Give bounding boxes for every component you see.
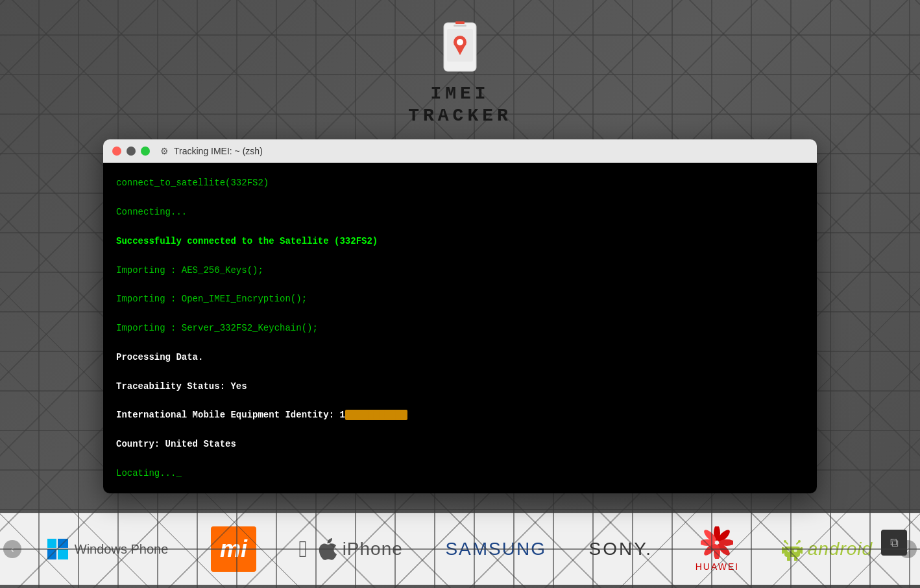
apple-logo-icon:  [298,535,307,563]
maximize-button[interactable] [141,147,150,156]
svg-line-27 [797,541,799,544]
apple-icon-svg [318,537,337,561]
android-label: android [808,539,873,559]
term-line-2: Connecting... [116,205,804,219]
svg-rect-28 [784,547,800,553]
term-line-1: connect_to_satellite(332FS2) [116,176,804,190]
brand-item-android: android [769,537,886,561]
svg-point-22 [703,528,718,544]
logo-area: IMEI TRACKER [408,19,512,126]
footer: © 2022 Imei-Tracker [0,585,920,588]
svg-point-21 [701,539,715,546]
term-line-5: Importing : Open_IMEI_Encryption(); [116,292,804,306]
xiaomi-logo: mi [211,526,256,572]
huawei-label: HUAWEI [696,561,739,572]
svg-line-26 [785,541,788,544]
gear-icon: ⚙ [160,146,169,156]
huawei-logo-icon [701,526,733,559]
svg-rect-23 [784,547,800,557]
svg-point-18 [716,542,732,558]
svg-point-20 [703,542,718,558]
svg-point-29 [784,540,786,543]
svg-point-24 [787,549,790,552]
term-line-11: Locating..._ [116,466,804,480]
terminal-body: connect_to_satellite(332FS2) Connecting.… [103,163,817,493]
brand-item-windows-phone: Windows Phone [34,539,182,559]
svg-point-19 [714,545,720,559]
svg-point-16 [716,528,732,544]
brand-item-sony: SONY. [576,539,666,559]
svg-point-15 [714,526,720,541]
share-button[interactable]: ⧉ [881,530,907,556]
windows-logo-icon [47,539,68,559]
xiaomi-label: mi [220,535,247,563]
slider-prev-button[interactable]: ‹ [3,540,21,558]
svg-rect-6 [455,21,465,24]
page-content: IMEI TRACKER ⚙ Tracking IMEI: ~ (zsh) co… [0,0,920,513]
logo-line1: IMEI [408,83,512,105]
svg-rect-31 [782,547,784,554]
svg-rect-8 [58,539,68,548]
sony-label: SONY. [589,539,653,559]
brand-item-xiaomi: mi [198,526,269,572]
slider-next-button[interactable]: › [899,540,917,558]
svg-rect-7 [47,539,56,548]
svg-point-17 [719,539,733,546]
term-line-9: International Mobile Equipment Identity:… [116,408,804,422]
terminal-title: Tracking IMEI: ~ (zsh) [174,146,263,156]
brand-slider: Windows Phone mi  iPhone SAMSUNG SONY. [0,526,920,572]
svg-point-25 [793,549,797,552]
brand-item-huawei: HUAWEI [683,526,752,572]
svg-rect-10 [58,549,68,559]
term-line-8: Traceability Status: Yes [116,379,804,394]
android-logo-icon [782,537,803,561]
svg-rect-34 [794,556,797,561]
windows-phone-label: Windows Phone [75,542,169,557]
term-line-4: Importing : AES_256_Keys(); [116,263,804,277]
brand-item-iphone:  iPhone [285,535,415,563]
svg-point-4 [457,39,463,45]
term-line-7: Processing Data. [116,350,804,364]
term-line-3: Successfully connected to the Satellite … [116,234,804,248]
svg-point-30 [798,540,801,543]
brand-bar: ‹ Windows Phone mi  [0,513,920,585]
svg-rect-11 [47,539,56,548]
terminal-window: ⚙ Tracking IMEI: ~ (zsh) connect_to_sate… [103,139,817,493]
term-line-10: Country: United States [116,437,804,451]
term-line-6: Importing : Server_332FS2_Keychain(); [116,321,804,335]
iphone-label: iPhone [343,539,403,559]
svg-rect-14 [58,549,68,559]
svg-rect-12 [58,539,68,548]
logo-text: IMEI TRACKER [408,83,512,126]
svg-rect-32 [800,547,803,554]
svg-rect-13 [47,549,56,559]
terminal-titlebar: ⚙ Tracking IMEI: ~ (zsh) [103,139,817,163]
redacted-imei: ███████████ [345,410,407,420]
svg-rect-2 [454,25,466,27]
logo-icon [434,19,486,78]
svg-rect-33 [787,556,790,561]
minimize-button[interactable] [127,147,136,156]
logo-line2: TRACKER [408,105,512,127]
brand-item-samsung: SAMSUNG [432,539,559,559]
samsung-label: SAMSUNG [445,539,546,559]
svg-rect-9 [47,549,56,559]
close-button[interactable] [112,147,121,156]
